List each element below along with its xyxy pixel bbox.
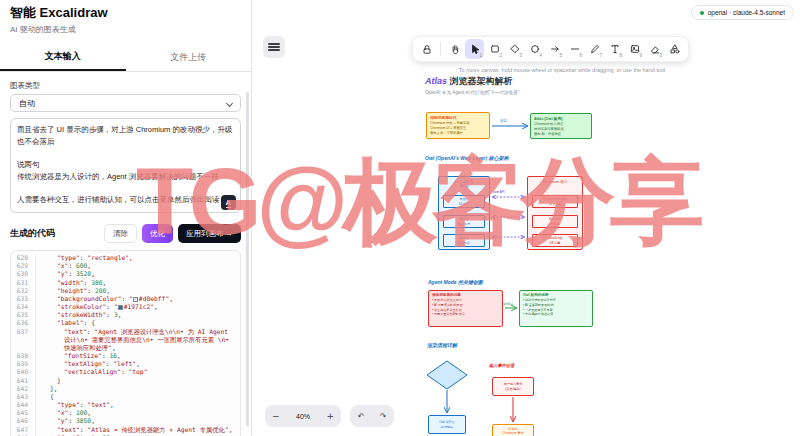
owl-section-label: Owl (OpenAI's Web Layer) 核心架构 (425, 155, 509, 161)
line-tool[interactable]: 6 (565, 39, 584, 59)
shape-owl-subbox[interactable]: 输出层 状态同步 (443, 234, 485, 247)
diagram-title: Atlas 浏览器架构解析 (425, 75, 513, 88)
shape-owl-subbox[interactable]: 事件层 输入处理 (443, 215, 485, 228)
toolbar-separator (440, 42, 441, 56)
box-title: 传统浏览器时代 (430, 115, 486, 120)
arrow-tool[interactable]: 5 (545, 39, 564, 59)
shape-atlas-browser-box[interactable]: Atlas (Owl 架构) Chromium 核心保留 精简渲染与界面路径 面… (530, 113, 592, 139)
page-subtitle: AI 驱动的图表生成 (10, 24, 241, 35)
model-badge: openai · claude-4.5-sonnet (691, 5, 794, 20)
eraser-tool[interactable]: 0 (645, 39, 664, 59)
diamond-tool[interactable]: 3 (505, 39, 524, 59)
history-controls: ↶ ↷ (350, 405, 394, 427)
shape-flow-rect-owl[interactable]: Owl 渲染层 处理输出 (428, 415, 466, 434)
chart-type-select[interactable]: 自动 (10, 94, 241, 112)
draw-tool[interactable]: 7 (585, 39, 604, 59)
zoom-in-button[interactable]: + (326, 411, 334, 421)
box-title: Owl 渲染层 (新增) (439, 180, 489, 189)
excalidraw-canvas[interactable]: openai · claude-4.5-sonnet 1 2 3 (252, 0, 800, 436)
shape-flow-rect-input[interactable]: 用户输入事件 (点击/键盘) (492, 377, 534, 396)
shortcut-key: 9 (639, 53, 642, 58)
generated-code-header: 生成的代码 清除 优化 应用到画布 → (10, 224, 241, 243)
ellipse-tool[interactable]: 4 (525, 39, 544, 59)
diagram-subtitle: OpenAI 专为 Agent 时代打造的"下一代浏览器" (425, 90, 519, 95)
lock-tool[interactable] (417, 39, 436, 59)
shape-flow-rect-convert[interactable]: 转换为 Chromium 事件 (492, 424, 534, 436)
hamburger-icon (268, 43, 280, 45)
owl-link-label: 调用 API (493, 190, 505, 194)
image-tool[interactable]: 9 (625, 39, 644, 59)
box-lines: • 跳过传统界面渲染环节 • AI 直接获取页面结构 • 一张图呈现所有元素 •… (523, 298, 589, 317)
box-title: Chromium 核心 (528, 180, 582, 184)
rectangle-tool[interactable]: 2 (485, 39, 504, 59)
sidebar-body: 图表类型 自动 而且省去了 UI 显示的步骤，对上游 Chromium 的改动很… (0, 72, 251, 436)
shape-chromium-subbox[interactable]: Network 网络栈 (532, 215, 578, 228)
zoom-out-button[interactable]: − (272, 411, 280, 421)
input-events-label: 输入事件处理 (489, 363, 514, 368)
agent-mode-section-label: Agent Mode 的关键创新 (428, 279, 483, 285)
chart-type-label: 图表类型 (10, 81, 241, 91)
box-lines: • 界面为人类交互设计 • AI 需要逐步解析页面 • 交互路径复杂且低效 • … (432, 298, 499, 317)
shortcut-key: 6 (579, 53, 582, 58)
clear-button[interactable]: 清除 (104, 224, 137, 243)
hand-icon (449, 43, 461, 55)
undo-button[interactable]: ↶ (358, 412, 365, 421)
apply-to-canvas-button[interactable]: 应用到画布 → (178, 224, 241, 243)
diagram-title-accent: Atlas (425, 76, 447, 86)
shape-chromium-core-container[interactable]: Chromium 核心 Rendering Engine 渲染引擎 Networ… (527, 176, 583, 250)
box-title: 传统浏览器的问题 (432, 293, 499, 297)
hamburger-menu-button[interactable] (263, 36, 285, 58)
box-title: Atlas (Owl 架构) (534, 116, 588, 121)
code-editor[interactable]: 628"type": "rectangle",629"x": 600,630"y… (10, 250, 241, 436)
shape-advantage-box[interactable]: Owl 架构的优势 • 跳过传统界面渲染环节 • AI 直接获取页面结构 • 一… (519, 290, 593, 327)
canvas-hint: To move canvas, hold mouse wheel or spac… (372, 67, 752, 73)
code-lines: 628"type": "rectangle",629"x": 600,630"y… (11, 254, 240, 436)
status-dot-icon (700, 11, 704, 15)
shortcut-key: 2 (499, 53, 502, 58)
tab-bar: 文本输入 文件上传 (0, 43, 251, 72)
zoom-controls: − 40% + (265, 405, 341, 427)
shape-owl-layer-container[interactable]: Owl 渲染层 (新增) 界面层 UI 渲染 事件层 输入处理 输出层 状态同步 (438, 176, 490, 250)
shapes-icon (669, 43, 681, 55)
shortcut-key: 7 (599, 53, 602, 58)
text-tool[interactable]: 8 (605, 39, 624, 59)
chevron-down-icon (226, 100, 233, 107)
redo-button[interactable]: ↷ (380, 412, 387, 421)
box-title: Owl 架构的优势 (523, 293, 589, 297)
sidebar-scrollbar[interactable] (246, 92, 249, 426)
diagram-arrows (252, 0, 800, 436)
shape-legacy-browser-box[interactable]: 传统浏览器时代 Chromium 内核 + 完整渲染 Chromium UI +… (426, 112, 490, 139)
optimize-button[interactable]: 优化 (142, 224, 173, 243)
shortcut-key: 0 (659, 53, 662, 58)
sidebar: 智能 Excalidraw AI 驱动的图表生成 文本输入 文件上传 图表类型 … (0, 0, 252, 436)
page-title: 智能 Excalidraw (10, 4, 241, 22)
shape-owl-subbox[interactable]: 界面层 UI 渲染 (443, 195, 485, 208)
generated-code-title: 生成的代码 (10, 227, 99, 240)
shortcut-key: 3 (519, 53, 522, 58)
selection-tool[interactable]: 1 (465, 39, 484, 59)
tab-text-input[interactable]: 文本输入 (0, 43, 126, 71)
shortcut-key: 4 (539, 53, 542, 58)
box-lines: Chromium 核心保留 精简渲染与界面路径 面向 AI：快速响应 (534, 122, 588, 137)
hamburger-icon-bar (268, 46, 280, 48)
shortcut-key: 5 (559, 53, 562, 58)
format-text-button[interactable]: A (221, 195, 236, 210)
shortcut-key: 8 (619, 53, 622, 58)
shape-chromium-subbox[interactable]: JavaScript V8 引擎 (532, 234, 578, 247)
zoom-level[interactable]: 40% (296, 413, 310, 420)
box-lines: Chromium 内核 + 完整渲染 Chromium UI + 界面交互 面向… (430, 121, 486, 136)
app-window: 智能 Excalidraw AI 驱动的图表生成 文本输入 文件上传 图表类型 … (0, 0, 800, 436)
agent-arrow-label: owl 解决 (502, 302, 513, 306)
shape-chromium-subbox[interactable]: Rendering Engine 渲染引擎 (532, 195, 578, 208)
chart-type-value: 自动 (19, 98, 35, 109)
hand-tool[interactable] (445, 39, 464, 59)
prompt-input[interactable]: 而且省去了 UI 显示的步骤，对上游 Chromium 的改动很少，升级也不会落… (10, 118, 241, 213)
shortcut-key: 1 (479, 53, 482, 58)
format-icon: A (226, 198, 232, 208)
more-shapes-tool[interactable] (665, 39, 684, 59)
tab-file-upload[interactable]: 文件上传 (126, 43, 252, 71)
shape-problem-box[interactable]: 传统浏览器的问题 • 界面为人类交互设计 • AI 需要逐步解析页面 • 交互路… (428, 290, 503, 327)
model-badge-label: openai · claude-4.5-sonnet (708, 9, 785, 16)
prompt-wrap: 而且省去了 UI 显示的步骤，对上游 Chromium 的改动很少，升级也不会落… (10, 118, 241, 217)
hamburger-icon-bar (268, 49, 280, 51)
